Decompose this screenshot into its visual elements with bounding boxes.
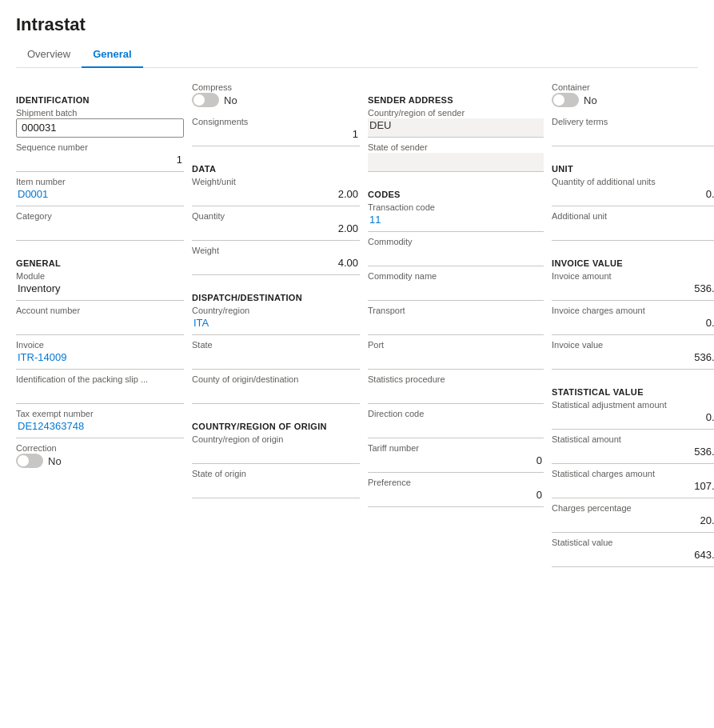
qty-additional-value[interactable]: 0.00 (552, 187, 714, 206)
correction-label: Correction (16, 443, 184, 453)
invoice-value-value[interactable]: 536.18 (552, 350, 714, 370)
country-region-origin-field: Country/region of origin (192, 434, 360, 464)
container-toggle-label: No (584, 94, 597, 106)
container-toggle-knob (553, 94, 564, 106)
category-value[interactable] (16, 222, 184, 241)
commodity-name-value[interactable] (368, 282, 544, 301)
packing-slip-value[interactable] (16, 385, 184, 404)
col-data: Compress No Consignments 1 DATA Weight/u… (192, 82, 360, 503)
invoice-field: Invoice ITR-14009 (16, 340, 184, 370)
weight-field: Weight 4.00 (192, 246, 360, 275)
compress-label: Compress (192, 82, 360, 92)
compress-toggle-row: No (192, 93, 360, 107)
state-field: State (192, 340, 360, 370)
shipment-batch-value[interactable]: 000031 (16, 118, 184, 138)
direction-code-value[interactable] (368, 419, 544, 438)
statistical-value-value[interactable]: 643.42 (552, 548, 714, 567)
country-region-origin-value[interactable] (192, 445, 360, 464)
state-of-origin-value[interactable] (192, 479, 360, 498)
state-value[interactable] (192, 350, 360, 370)
module-value[interactable]: Inventory (16, 282, 184, 301)
additional-unit-field: Additional unit (552, 211, 714, 241)
charges-percentage-value[interactable]: 20.00 (552, 514, 714, 533)
quantity-value[interactable]: 2.00 (192, 222, 360, 241)
additional-unit-value[interactable] (552, 222, 714, 241)
tariff-number-value[interactable]: 0 (368, 454, 544, 473)
tab-overview[interactable]: Overview (16, 43, 82, 68)
country-region-origin-label: Country/region of origin (192, 434, 360, 444)
qty-additional-field: Quantity of additional units 0.00 (552, 177, 714, 206)
state-of-origin-field: State of origin (192, 469, 360, 498)
additional-unit-label: Additional unit (552, 211, 714, 221)
container-toggle[interactable] (552, 93, 579, 107)
tariff-number-field: Tariff number 0 (368, 443, 544, 473)
commodity-field: Commodity (368, 237, 544, 266)
correction-toggle[interactable] (16, 454, 43, 468)
transport-field: Transport (368, 306, 544, 335)
country-region-label: Country/region (192, 306, 360, 315)
module-label: Module (16, 271, 184, 281)
invoice-charges-label: Invoice charges amount (552, 306, 714, 315)
consignments-value[interactable]: 1 (192, 127, 360, 146)
state-sender-field: State of sender (368, 142, 544, 172)
compress-toggle[interactable] (192, 93, 219, 107)
sequence-number-value[interactable]: 1 (16, 153, 184, 172)
weight-value[interactable]: 4.00 (192, 256, 360, 275)
statistics-procedure-value[interactable] (368, 385, 544, 404)
packing-slip-field: Identification of the packing slip ... (16, 374, 184, 404)
sequence-number-label: Sequence number (16, 142, 184, 152)
invoice-value[interactable]: ITR-14009 (16, 350, 184, 370)
general-section-label: GENERAL (16, 258, 184, 268)
commodity-value[interactable] (368, 247, 544, 266)
commodity-name-label: Commodity name (368, 271, 544, 281)
statistics-procedure-label: Statistics procedure (368, 374, 544, 384)
invoice-amount-value[interactable]: 536.18 (552, 282, 714, 301)
correction-toggle-label: No (48, 455, 62, 467)
tariff-number-label: Tariff number (368, 443, 544, 453)
item-number-value[interactable]: D0001 (16, 187, 184, 206)
delivery-terms-field: Delivery terms (552, 117, 714, 146)
port-value[interactable] (368, 350, 544, 370)
invoice-amount-label: Invoice amount (552, 271, 714, 281)
invoice-charges-field: Invoice charges amount 0.00 (552, 306, 714, 335)
country-region-value[interactable]: ITA (192, 316, 360, 335)
data-section-label: DATA (192, 164, 360, 174)
transport-value[interactable] (368, 316, 544, 335)
weight-unit-value[interactable]: 2.00 (192, 187, 360, 206)
commodity-label: Commodity (368, 237, 544, 246)
dispatch-section-label: DISPATCH/DESTINATION (192, 293, 360, 302)
port-label: Port (368, 340, 544, 350)
correction-field: Correction No (16, 443, 184, 473)
delivery-terms-value[interactable] (552, 127, 714, 146)
preference-label: Preference (368, 478, 544, 487)
compress-toggle-label: No (224, 94, 237, 106)
correction-toggle-knob (18, 455, 29, 466)
container-label: Container (552, 82, 714, 92)
statistical-value-label: Statistical value (552, 538, 714, 547)
identification-section-label: IDENTIFICATION (16, 95, 184, 105)
shipment-batch-field: Shipment batch 000031 (16, 108, 184, 138)
statistics-procedure-field: Statistics procedure (368, 374, 544, 404)
codes-section-label: CODES (368, 190, 544, 199)
statistical-charges-field: Statistical charges amount 107.24 (552, 469, 714, 498)
statistical-charges-value[interactable]: 107.24 (552, 479, 714, 498)
tax-exempt-value[interactable]: DE124363748 (16, 419, 184, 438)
sequence-number-field: Sequence number 1 (16, 142, 184, 172)
transaction-code-value[interactable]: 11 (368, 213, 544, 232)
quantity-field: Quantity 2.00 (192, 211, 360, 241)
direction-code-label: Direction code (368, 409, 544, 418)
col-identification: IDENTIFICATION Shipment batch 000031 Seq… (16, 82, 184, 478)
statistical-adjustment-field: Statistical adjustment amount 0.00 (552, 400, 714, 430)
tab-general[interactable]: General (82, 43, 142, 68)
county-origin-value[interactable] (192, 385, 360, 404)
statistical-adjustment-value[interactable]: 0.00 (552, 410, 714, 430)
country-sender-field: Country/region of sender DEU (368, 108, 544, 138)
account-number-value[interactable] (16, 316, 184, 335)
quantity-label: Quantity (192, 211, 360, 221)
invoice-charges-value[interactable]: 0.00 (552, 316, 714, 335)
invoice-value-label: Invoice value (552, 340, 714, 350)
compress-field: Compress No (192, 82, 360, 112)
transaction-code-label: Transaction code (368, 202, 544, 212)
statistical-amount-value[interactable]: 536.18 (552, 445, 714, 464)
preference-value[interactable]: 0 (368, 488, 544, 507)
